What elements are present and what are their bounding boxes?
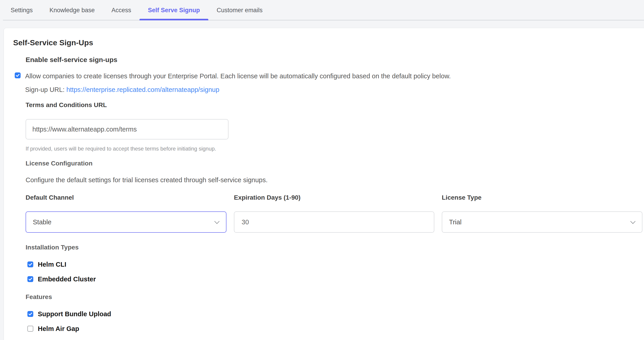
default-channel-label: Default Channel <box>26 194 226 202</box>
signup-url-line: Sign-up URL: https://enterprise.replicat… <box>25 85 451 94</box>
helm-air-gap-checkbox[interactable] <box>28 326 33 332</box>
license-config-fields-row: Default Channel Stable Expiration Days (… <box>26 194 635 233</box>
feature-helm-air-gap-row: Helm Air Gap <box>28 325 635 332</box>
terms-url-input[interactable] <box>26 119 228 140</box>
helm-cli-checkbox[interactable] <box>28 262 33 267</box>
default-channel-select[interactable]: Stable <box>26 212 226 233</box>
license-type-select[interactable]: Trial <box>442 212 642 233</box>
installation-type-embedded-cluster-row: Embedded Cluster <box>28 276 635 283</box>
expiration-days-label: Expiration Days (1-90) <box>234 194 434 202</box>
license-configuration-heading: License Configuration <box>26 159 635 167</box>
page-title: Self-Service Sign-Ups <box>13 38 635 48</box>
terms-url-helper: If provided, users will be required to a… <box>26 145 635 152</box>
support-bundle-upload-label: Support Bundle Upload <box>38 310 111 318</box>
expiration-days-input[interactable] <box>241 218 427 226</box>
chevron-down-icon <box>214 219 220 224</box>
check-icon <box>28 277 32 281</box>
signup-url-label: Sign-up URL: <box>25 86 64 93</box>
license-configuration-description: Configure the default settings for trial… <box>26 176 635 184</box>
default-channel-field: Default Channel Stable <box>26 194 226 233</box>
helm-cli-label: Helm CLI <box>38 261 66 268</box>
enable-signups-text: Allow companies to create licenses throu… <box>25 72 451 94</box>
tab-knowledge-base[interactable]: Knowledge base <box>41 0 103 20</box>
license-type-value: Trial <box>449 218 462 226</box>
chevron-down-icon <box>630 219 636 224</box>
card-content: Enable self-service sign-ups Allow compa… <box>26 56 635 332</box>
tab-settings[interactable]: Settings <box>2 0 41 20</box>
enable-signups-row: Allow companies to create licenses throu… <box>15 72 635 94</box>
check-icon <box>28 262 32 267</box>
terms-url-label: Terms and Conditions URL <box>26 101 635 109</box>
tab-access[interactable]: Access <box>103 0 140 20</box>
enable-signups-description: Allow companies to create licenses throu… <box>25 72 451 80</box>
installation-types-heading: Installation Types <box>26 243 635 251</box>
license-type-field: License Type Trial <box>442 194 642 233</box>
enable-signups-checkbox[interactable] <box>15 72 20 78</box>
tab-bar: Settings Knowledge base Access Self Serv… <box>0 0 644 20</box>
enable-signups-heading: Enable self-service sign-ups <box>26 56 635 64</box>
license-type-label: License Type <box>442 194 642 202</box>
expiration-days-field: Expiration Days (1-90) <box>234 194 434 233</box>
default-channel-value: Stable <box>33 218 52 226</box>
self-service-signups-card: Self-Service Sign-Ups Enable self-servic… <box>4 28 644 340</box>
embedded-cluster-label: Embedded Cluster <box>38 276 96 283</box>
signup-url-link[interactable]: https://enterprise.replicated.com/altern… <box>66 86 219 93</box>
check-icon <box>16 73 20 78</box>
check-icon <box>28 312 32 316</box>
support-bundle-upload-checkbox[interactable] <box>28 311 33 317</box>
feature-support-bundle-upload-row: Support Bundle Upload <box>28 310 635 318</box>
helm-air-gap-label: Helm Air Gap <box>38 325 79 332</box>
features-heading: Features <box>26 293 635 301</box>
embedded-cluster-checkbox[interactable] <box>28 276 33 282</box>
installation-type-helm-cli-row: Helm CLI <box>28 261 635 268</box>
tab-bar-divider <box>3 20 644 20</box>
tab-self-serve-signup[interactable]: Self Serve Signup <box>140 0 208 20</box>
expiration-days-input-wrap <box>234 212 434 233</box>
tab-customer-emails[interactable]: Customer emails <box>208 0 271 20</box>
